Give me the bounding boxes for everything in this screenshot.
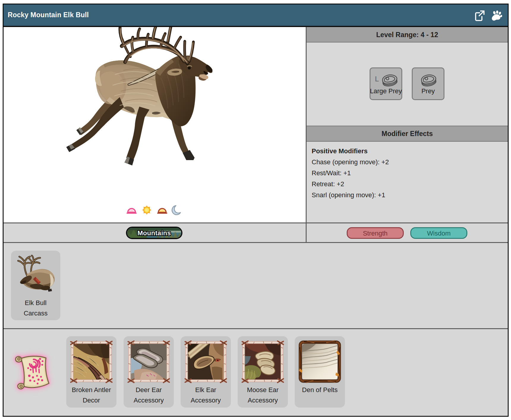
svg-text:L: L bbox=[375, 75, 379, 83]
